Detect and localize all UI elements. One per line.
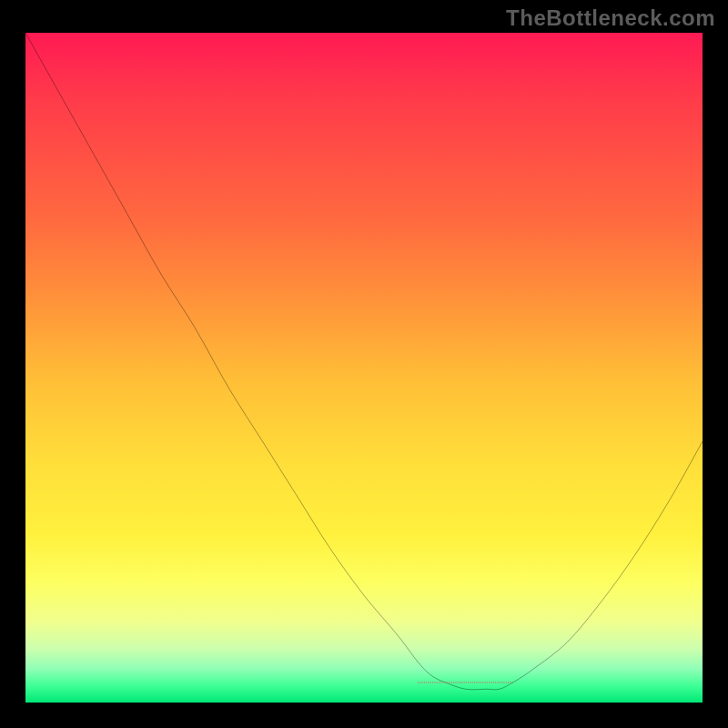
bottleneck-curve	[25, 33, 703, 690]
chart-frame: TheBottleneck.com	[0, 0, 728, 728]
plot-area	[25, 33, 703, 703]
watermark-text: TheBottleneck.com	[506, 5, 715, 31]
curve-layer	[25, 33, 703, 703]
